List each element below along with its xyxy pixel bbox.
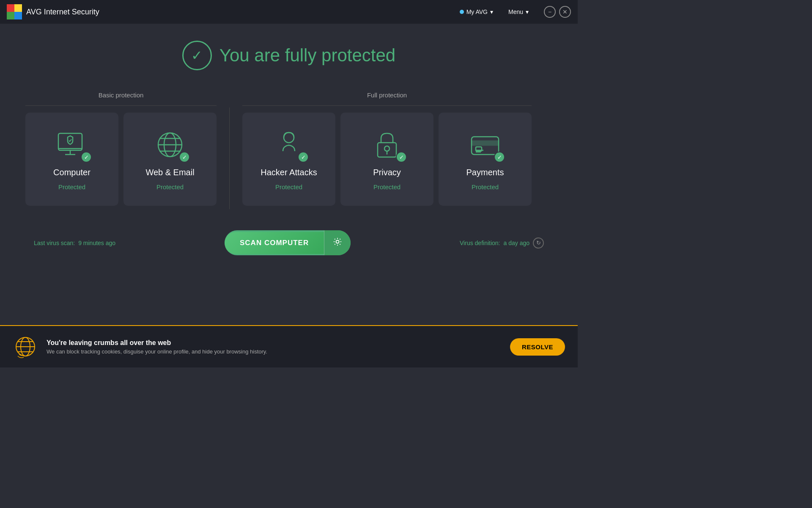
avg-logo-icon — [7, 4, 22, 19]
menu-button[interactable]: Menu ▾ — [505, 6, 532, 18]
status-text: You are fully protected — [219, 45, 395, 66]
main-content: ✓ You are fully protected Basic protecti… — [0, 24, 578, 255]
computer-check-badge: ✓ — [81, 152, 92, 163]
minimize-button[interactable]: − — [544, 6, 556, 18]
virus-def-label: Virus definition: — [460, 240, 500, 246]
svg-rect-14 — [378, 143, 396, 157]
web-email-icon-wrap: ✓ — [151, 128, 189, 162]
svg-rect-2 — [7, 12, 14, 19]
svg-rect-18 — [472, 141, 499, 145]
hacker-attacks-card[interactable]: ✓ Hacker Attacks Protected — [242, 113, 335, 206]
svg-rect-3 — [14, 12, 22, 19]
menu-label: Menu — [508, 8, 523, 15]
computer-title: Computer — [53, 168, 91, 177]
full-cards-row: ✓ Hacker Attacks Protected — [242, 113, 532, 206]
svg-point-22 — [336, 240, 339, 243]
app-logo: AVG Internet Security — [7, 4, 99, 19]
titlebar-controls: My AVG ▾ Menu ▾ − ✕ — [456, 6, 571, 18]
notification-bar: You're leaving crumbs all over the web W… — [0, 325, 578, 367]
basic-label-container: Basic protection — [25, 91, 217, 106]
basic-protection-section: Basic protection — [25, 91, 217, 206]
titlebar: AVG Internet Security My AVG ▾ Menu ▾ − … — [0, 0, 578, 24]
myavg-chevron: ▾ — [490, 8, 493, 15]
privacy-title: Privacy — [373, 168, 401, 177]
payments-title: Payments — [466, 168, 504, 177]
basic-separator — [25, 105, 217, 106]
web-email-title: Web & Email — [145, 168, 194, 177]
gear-icon — [333, 237, 342, 246]
basic-protection-label: Basic protection — [99, 91, 144, 99]
full-label-container: Full protection — [242, 91, 532, 106]
refresh-button[interactable]: ↻ — [533, 237, 544, 248]
full-protection-section: Full protection ✓ — [242, 91, 532, 206]
privacy-icon-wrap: ✓ — [368, 128, 406, 162]
privacy-card[interactable]: ✓ Privacy Protected — [340, 113, 433, 206]
status-circle: ✓ — [182, 41, 212, 70]
web-email-status: Protected — [156, 183, 184, 190]
notification-title: You're leaving crumbs all over the web — [47, 339, 502, 347]
full-separator — [242, 105, 532, 106]
scan-button-group: SCAN COMPUTER — [225, 230, 351, 255]
group-divider — [229, 108, 230, 209]
privacy-check-badge: ✓ — [396, 152, 407, 163]
status-checkmark: ✓ — [191, 47, 203, 64]
svg-point-15 — [384, 146, 390, 151]
payments-icon-wrap: ✓ — [466, 128, 504, 162]
scan-settings-button[interactable] — [324, 230, 351, 255]
scan-computer-button[interactable]: SCAN COMPUTER — [225, 232, 324, 254]
payments-check-badge: ✓ — [494, 152, 505, 163]
computer-icon-wrap: ✓ — [53, 128, 91, 162]
basic-cards-row: ✓ Computer Protected — [25, 113, 217, 206]
last-scan-label: Last virus scan: — [34, 240, 75, 246]
resolve-button[interactable]: RESOLVE — [510, 338, 565, 356]
virus-definition-info: Virus definition: a day ago ↻ — [460, 237, 544, 248]
hacker-title: Hacker Attacks — [261, 168, 317, 177]
hacker-status: Protected — [275, 183, 302, 190]
computer-card[interactable]: ✓ Computer Protected — [25, 113, 118, 206]
notification-globe-icon — [13, 334, 38, 359]
privacy-status: Protected — [373, 183, 401, 190]
window-controls: − ✕ — [544, 6, 571, 18]
hacker-check-badge: ✓ — [298, 152, 309, 163]
myavg-label: My AVG — [466, 8, 488, 15]
last-scan-info: Last virus scan: 9 minutes ago — [34, 240, 115, 246]
protection-groups: Basic protection — [25, 91, 552, 209]
myavg-button[interactable]: My AVG ▾ — [456, 6, 497, 18]
menu-chevron: ▾ — [526, 8, 529, 15]
computer-status: Protected — [58, 183, 85, 190]
svg-rect-0 — [7, 4, 14, 12]
notification-text: You're leaving crumbs all over the web W… — [47, 339, 502, 355]
virus-def-value: a day ago — [504, 240, 530, 246]
svg-rect-1 — [14, 4, 22, 12]
status-header: ✓ You are fully protected — [182, 41, 395, 70]
myavg-dot — [460, 10, 464, 14]
web-email-card[interactable]: ✓ Web & Email Protected — [123, 113, 217, 206]
full-protection-label: Full protection — [367, 91, 407, 99]
last-scan-value: 9 minutes ago — [78, 240, 115, 246]
scan-area: Last virus scan: 9 minutes ago SCAN COMP… — [25, 230, 552, 255]
hacker-icon-wrap: ✓ — [270, 128, 308, 162]
payments-status: Protected — [472, 183, 499, 190]
app-name: AVG Internet Security — [26, 8, 99, 17]
notification-description: We can block tracking cookies, disguise … — [47, 348, 502, 355]
web-email-check-badge: ✓ — [179, 152, 190, 163]
payments-card[interactable]: ✓ Payments Protected — [439, 113, 532, 206]
close-button[interactable]: ✕ — [559, 6, 571, 18]
